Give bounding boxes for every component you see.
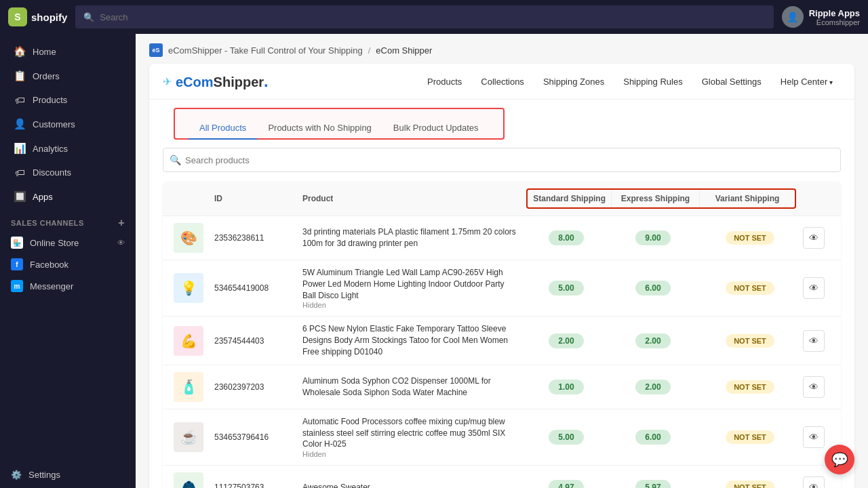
product-name: Awesome Sweater bbox=[302, 482, 518, 488]
sidebar-item-facebook[interactable]: f Facebook bbox=[0, 253, 136, 275]
product-info: 3d printing materials PLA plastic filame… bbox=[302, 226, 529, 249]
sidebar-label-discounts: Discounts bbox=[33, 167, 71, 178]
table-row: 🧴 23602397203 Aluminum Soda Syphon CO2 D… bbox=[163, 365, 841, 409]
shipper-nav-zones[interactable]: Shipping Zones bbox=[535, 73, 612, 91]
settings-label: Settings bbox=[28, 470, 60, 480]
sidebar-item-customers[interactable]: 👤 Customers bbox=[3, 113, 133, 136]
table-body: 🎨 23536238611 3d printing materials PLA … bbox=[163, 216, 841, 488]
shipper-nav-global[interactable]: Global Settings bbox=[694, 73, 770, 91]
product-thumbnail: 💡 bbox=[174, 273, 203, 303]
breadcrumb-current: eCom Shipper bbox=[376, 45, 432, 56]
analytics-icon: 📊 bbox=[14, 142, 26, 155]
view-product-button[interactable]: 👁 bbox=[803, 376, 825, 398]
sales-channels-label: SALES CHANNELS + bbox=[0, 209, 136, 232]
table-row: 💡 534654419008 5W Aluminum Triangle Led … bbox=[163, 260, 841, 317]
orders-icon: 📋 bbox=[14, 70, 26, 82]
sidebar-label-customers: Customers bbox=[33, 119, 75, 129]
user-subtitle: Ecomshipper bbox=[809, 18, 860, 26]
customers-icon: 👤 bbox=[14, 118, 26, 130]
user-name: Ripple Apps bbox=[809, 8, 860, 18]
facebook-label: Facebook bbox=[30, 260, 68, 270]
view-product-button[interactable]: 👁 bbox=[803, 277, 825, 299]
online-store-label: Online Store bbox=[30, 238, 79, 248]
sidebar-label-home: Home bbox=[33, 47, 56, 57]
messenger-icon: m bbox=[11, 280, 23, 292]
sidebar-label-orders: Orders bbox=[33, 71, 60, 81]
avatar: 👤 bbox=[782, 6, 804, 28]
sidebar-label-analytics: Analytics bbox=[33, 144, 68, 154]
product-search-input[interactable] bbox=[163, 148, 841, 172]
global-search-input[interactable] bbox=[100, 12, 765, 22]
standard-shipping-value: 8.00 bbox=[529, 230, 604, 245]
sidebar-item-settings[interactable]: ⚙️ Settings bbox=[0, 464, 136, 488]
sidebar-item-messenger[interactable]: m Messenger bbox=[0, 275, 136, 297]
home-icon: 🏠 bbox=[14, 45, 26, 58]
user-area: 👤 Ripple Apps Ecomshipper bbox=[782, 6, 860, 28]
sidebar-item-analytics[interactable]: 📊 Analytics bbox=[3, 137, 133, 160]
shipper-nav: Products Collections Shipping Zones Ship… bbox=[419, 73, 841, 91]
view-product-button[interactable]: 👁 bbox=[803, 426, 825, 448]
variant-shipping-value: NOT SET bbox=[703, 481, 797, 488]
sidebar-item-products[interactable]: 🏷 Products bbox=[3, 89, 133, 111]
product-name: Automatic Food Processors coffee mixing … bbox=[302, 416, 518, 450]
product-info: 6 PCS New Nylon Elastic Fake Temporary T… bbox=[302, 323, 529, 357]
shipper-nav-help[interactable]: Help Center bbox=[772, 73, 841, 91]
facebook-icon: f bbox=[11, 258, 23, 270]
table-row: 💪 23574544403 6 PCS New Nylon Elastic Fa… bbox=[163, 317, 841, 365]
shipper-nav-products[interactable]: Products bbox=[419, 73, 470, 91]
hidden-badge: Hidden bbox=[302, 301, 518, 309]
shopify-wordmark: shopify bbox=[31, 12, 67, 23]
hidden-badge: Hidden bbox=[302, 450, 518, 458]
col-product-header: Product bbox=[302, 194, 333, 203]
col-standard-shipping-header: Standard Shipping bbox=[528, 190, 612, 207]
sidebar-item-discounts[interactable]: 🏷 Discounts bbox=[3, 161, 133, 184]
table-row: ☕ 534653796416 Automatic Food Processors… bbox=[163, 409, 841, 466]
sidebar-item-orders[interactable]: 📋 Orders bbox=[3, 64, 133, 87]
product-name: 6 PCS New Nylon Elastic Fake Temporary T… bbox=[302, 323, 518, 357]
shipper-nav-rules[interactable]: Shipping Rules bbox=[615, 73, 690, 91]
express-shipping-value: 9.00 bbox=[609, 230, 697, 245]
product-thumbnail: 🧴 bbox=[174, 372, 203, 402]
product-thumbnail: 💪 bbox=[174, 326, 203, 356]
product-id: 23574544403 bbox=[214, 336, 302, 346]
product-tabs: All Products Products with No Shipping B… bbox=[174, 108, 505, 140]
discounts-icon: 🏷 bbox=[14, 167, 26, 178]
standard-shipping-value: 5.00 bbox=[529, 430, 604, 445]
sidebar-item-apps[interactable]: 🔲 Apps bbox=[3, 185, 133, 208]
express-shipping-value: 2.00 bbox=[609, 333, 697, 348]
product-id: 23602397203 bbox=[214, 382, 302, 392]
top-navbar: S shopify 🔍 👤 Ripple Apps Ecomshipper bbox=[0, 0, 868, 34]
tab-all-products[interactable]: All Products bbox=[189, 117, 257, 140]
tab-no-shipping[interactable]: Products with No Shipping bbox=[257, 117, 382, 140]
product-search-bar[interactable]: 🔍 bbox=[163, 148, 841, 172]
product-table: ID Product Standard Shipping Express Shi… bbox=[163, 182, 841, 488]
product-id: 534654419008 bbox=[214, 283, 302, 293]
tab-bulk-updates[interactable]: Bulk Product Updates bbox=[382, 117, 490, 140]
express-shipping-value: 5.97 bbox=[609, 480, 697, 488]
messenger-label: Messenger bbox=[30, 281, 73, 291]
chat-bubble-button[interactable]: 💬 bbox=[825, 445, 854, 474]
col-express-shipping-header: Express Shipping bbox=[612, 190, 700, 207]
col-variant-shipping-header: Variant Shipping bbox=[700, 190, 795, 207]
shopify-bag-icon: S bbox=[8, 7, 27, 26]
view-product-button[interactable]: 👁 bbox=[803, 227, 825, 249]
variant-shipping-value: NOT SET bbox=[703, 281, 797, 295]
product-thumbnail: 🧥 bbox=[174, 472, 203, 488]
add-sales-channel-button[interactable]: + bbox=[118, 217, 125, 229]
sidebar-item-home[interactable]: 🏠 Home bbox=[3, 40, 133, 63]
main-content: eS eComShipper - Take Full Control of Yo… bbox=[136, 34, 868, 488]
variant-shipping-value: NOT SET bbox=[703, 430, 797, 444]
sidebar-item-online-store[interactable]: 🏪 Online Store 👁 bbox=[0, 232, 136, 253]
view-product-button[interactable]: 👁 bbox=[803, 476, 825, 488]
table-row: 🧥 11127503763 Awesome Sweater 4.97 5.97 … bbox=[163, 466, 841, 488]
sidebar-label-products: Products bbox=[33, 95, 67, 105]
variant-shipping-value: NOT SET bbox=[703, 231, 797, 245]
breadcrumb-app-link[interactable]: eComShipper - Take Full Control of Your … bbox=[168, 45, 363, 56]
product-id: 23536238611 bbox=[214, 233, 302, 243]
col-id-header: ID bbox=[214, 194, 302, 203]
view-product-button[interactable]: 👁 bbox=[803, 330, 825, 352]
express-shipping-value: 6.00 bbox=[609, 430, 697, 445]
settings-icon: ⚙️ bbox=[11, 470, 22, 480]
global-search-bar[interactable]: 🔍 bbox=[75, 5, 773, 28]
shipper-nav-collections[interactable]: Collections bbox=[473, 73, 532, 91]
